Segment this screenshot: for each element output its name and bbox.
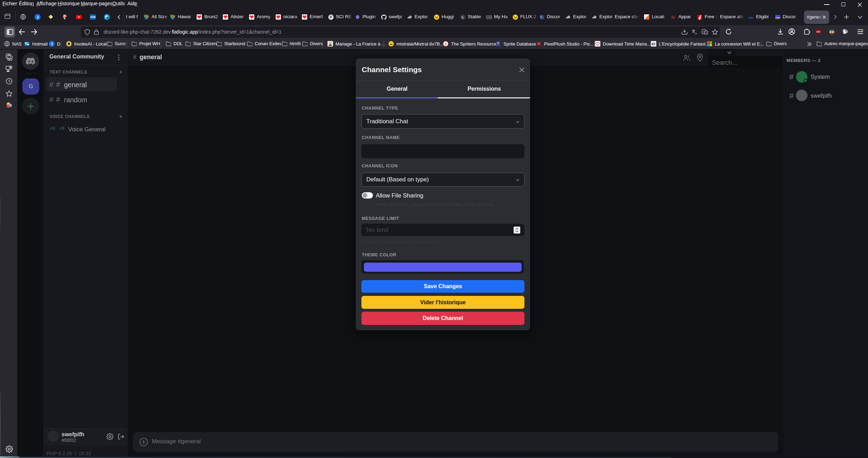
svg-text:A: A [695,32,697,35]
svg-text:SL: SL [671,15,676,19]
svg-text:S: S [445,42,447,46]
svg-text:adn: adn [749,16,754,19]
svg-text:EF: EF [652,42,656,46]
svg-text:f: f [51,42,53,46]
svg-text:S.: S. [461,16,464,19]
svg-text:UO: UO [817,30,820,33]
svg-text:P: P [330,15,332,19]
svg-text:f: f [37,15,38,20]
svg-text:?: ? [706,31,707,34]
svg-text:DSM: DSM [90,16,95,18]
svg-text:CLOUD: CLOUD [486,16,492,18]
